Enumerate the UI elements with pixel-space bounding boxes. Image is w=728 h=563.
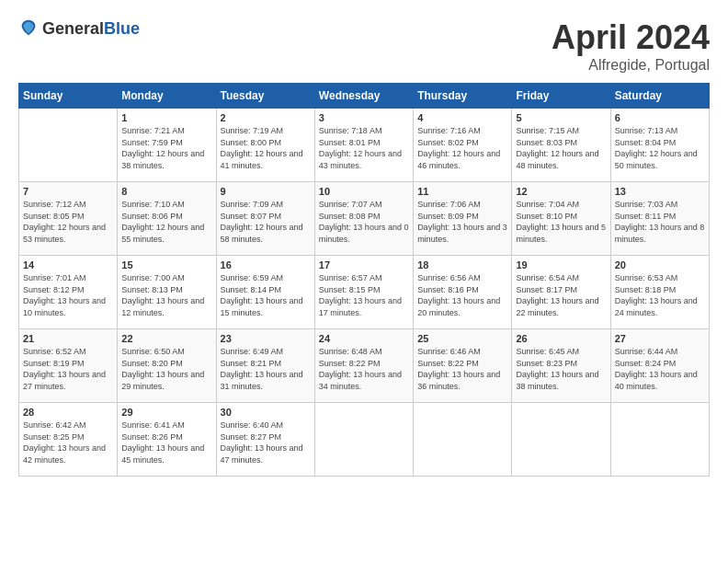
day-info: Sunrise: 7:19 AMSunset: 8:00 PMDaylight:…: [221, 125, 311, 171]
day-number: 1: [121, 112, 211, 123]
day-info: Sunrise: 6:45 AMSunset: 8:23 PMDaylight:…: [516, 346, 606, 392]
day-info: Sunrise: 6:44 AMSunset: 8:24 PMDaylight:…: [615, 346, 705, 392]
day-info: Sunrise: 7:16 AMSunset: 8:02 PMDaylight:…: [417, 125, 507, 171]
day-info: Sunrise: 7:03 AMSunset: 8:11 PMDaylight:…: [615, 199, 705, 245]
day-number: 9: [221, 186, 311, 197]
calendar-cell: 12Sunrise: 7:04 AMSunset: 8:10 PMDayligh…: [512, 182, 610, 256]
day-number: 10: [319, 186, 409, 197]
day-number: 18: [417, 259, 507, 270]
day-info: Sunrise: 6:49 AMSunset: 8:21 PMDaylight:…: [221, 346, 311, 392]
week-row-2: 7Sunrise: 7:12 AMSunset: 8:05 PMDaylight…: [19, 182, 710, 256]
calendar-cell: 14Sunrise: 7:01 AMSunset: 8:12 PMDayligh…: [19, 256, 118, 329]
calendar-cell: 29Sunrise: 6:41 AMSunset: 8:26 PMDayligh…: [118, 403, 216, 477]
day-info: Sunrise: 7:21 AMSunset: 7:59 PMDaylight:…: [121, 125, 211, 171]
day-info: Sunrise: 7:06 AMSunset: 8:09 PMDaylight:…: [417, 199, 507, 245]
day-number: 27: [615, 333, 705, 344]
calendar-cell: 9Sunrise: 7:09 AMSunset: 8:07 PMDaylight…: [216, 182, 314, 256]
calendar-table: SundayMondayTuesdayWednesdayThursdayFrid…: [18, 83, 710, 477]
day-number: 6: [615, 112, 705, 123]
day-number: 7: [23, 186, 113, 197]
day-info: Sunrise: 7:00 AMSunset: 8:13 PMDaylight:…: [121, 272, 211, 318]
day-info: Sunrise: 6:56 AMSunset: 8:16 PMDaylight:…: [417, 272, 507, 318]
calendar-cell: 6Sunrise: 7:13 AMSunset: 8:04 PMDaylight…: [610, 109, 709, 182]
day-number: 28: [23, 407, 113, 418]
calendar-cell: 3Sunrise: 7:18 AMSunset: 8:01 PMDaylight…: [314, 109, 413, 182]
calendar-cell: 10Sunrise: 7:07 AMSunset: 8:08 PMDayligh…: [314, 182, 413, 256]
day-number: 8: [121, 186, 211, 197]
day-info: Sunrise: 6:52 AMSunset: 8:19 PMDaylight:…: [23, 346, 113, 392]
day-info: Sunrise: 7:04 AMSunset: 8:10 PMDaylight:…: [516, 199, 606, 245]
calendar-cell: 4Sunrise: 7:16 AMSunset: 8:02 PMDaylight…: [414, 109, 512, 182]
logo-general: General: [42, 19, 104, 38]
weekday-header-sunday: Sunday: [19, 84, 118, 109]
day-info: Sunrise: 6:53 AMSunset: 8:18 PMDaylight:…: [615, 272, 705, 318]
calendar-cell: 15Sunrise: 7:00 AMSunset: 8:13 PMDayligh…: [118, 256, 216, 329]
location-title: Alfregide, Portugal: [552, 57, 710, 74]
day-info: Sunrise: 6:54 AMSunset: 8:17 PMDaylight:…: [516, 272, 606, 318]
calendar-cell: [314, 403, 413, 477]
calendar-cell: 2Sunrise: 7:19 AMSunset: 8:00 PMDaylight…: [216, 109, 314, 182]
calendar-cell: 11Sunrise: 7:06 AMSunset: 8:09 PMDayligh…: [414, 182, 512, 256]
day-info: Sunrise: 7:15 AMSunset: 8:03 PMDaylight:…: [516, 125, 606, 171]
calendar-cell: 22Sunrise: 6:50 AMSunset: 8:20 PMDayligh…: [118, 329, 216, 403]
day-number: 26: [516, 333, 606, 344]
calendar-cell: 24Sunrise: 6:48 AMSunset: 8:22 PMDayligh…: [314, 329, 413, 403]
day-number: 17: [319, 259, 409, 270]
day-info: Sunrise: 7:12 AMSunset: 8:05 PMDaylight:…: [23, 199, 113, 245]
day-info: Sunrise: 6:57 AMSunset: 8:15 PMDaylight:…: [319, 272, 409, 318]
day-number: 21: [23, 333, 113, 344]
day-info: Sunrise: 6:50 AMSunset: 8:20 PMDaylight:…: [121, 346, 211, 392]
day-number: 15: [121, 259, 211, 270]
weekday-header-tuesday: Tuesday: [216, 84, 314, 109]
weekday-header-saturday: Saturday: [610, 84, 709, 109]
calendar-cell: 17Sunrise: 6:57 AMSunset: 8:15 PMDayligh…: [314, 256, 413, 329]
day-number: 14: [23, 259, 113, 270]
calendar-cell: 30Sunrise: 6:40 AMSunset: 8:27 PMDayligh…: [216, 403, 314, 477]
day-number: 13: [615, 186, 705, 197]
day-info: Sunrise: 6:42 AMSunset: 8:25 PMDaylight:…: [23, 419, 113, 465]
calendar-cell: [19, 109, 118, 182]
calendar-cell: 7Sunrise: 7:12 AMSunset: 8:05 PMDaylight…: [19, 182, 118, 256]
calendar-cell: 18Sunrise: 6:56 AMSunset: 8:16 PMDayligh…: [414, 256, 512, 329]
day-info: Sunrise: 6:59 AMSunset: 8:14 PMDaylight:…: [221, 272, 311, 318]
logo-icon: [18, 18, 39, 39]
calendar-cell: 21Sunrise: 6:52 AMSunset: 8:19 PMDayligh…: [19, 329, 118, 403]
weekday-header-monday: Monday: [118, 84, 216, 109]
weekday-header-wednesday: Wednesday: [314, 84, 413, 109]
day-number: 5: [516, 112, 606, 123]
calendar-cell: 1Sunrise: 7:21 AMSunset: 7:59 PMDaylight…: [118, 109, 216, 182]
day-number: 22: [121, 333, 211, 344]
day-info: Sunrise: 7:18 AMSunset: 8:01 PMDaylight:…: [319, 125, 409, 171]
day-number: 30: [221, 407, 311, 418]
weekday-header-thursday: Thursday: [414, 84, 512, 109]
calendar-cell: 28Sunrise: 6:42 AMSunset: 8:25 PMDayligh…: [19, 403, 118, 477]
weekday-header-friday: Friday: [512, 84, 610, 109]
day-number: 2: [221, 112, 311, 123]
calendar-cell: [414, 403, 512, 477]
day-info: Sunrise: 6:46 AMSunset: 8:22 PMDaylight:…: [417, 346, 507, 392]
day-number: 25: [417, 333, 507, 344]
calendar-cell: 5Sunrise: 7:15 AMSunset: 8:03 PMDaylight…: [512, 109, 610, 182]
week-row-1: 1Sunrise: 7:21 AMSunset: 7:59 PMDaylight…: [19, 109, 710, 182]
day-number: 19: [516, 259, 606, 270]
day-number: 24: [319, 333, 409, 344]
day-number: 29: [121, 407, 211, 418]
day-info: Sunrise: 6:48 AMSunset: 8:22 PMDaylight:…: [319, 346, 409, 392]
day-number: 11: [417, 186, 507, 197]
calendar-cell: [512, 403, 610, 477]
day-info: Sunrise: 6:41 AMSunset: 8:26 PMDaylight:…: [121, 419, 211, 465]
calendar-cell: 25Sunrise: 6:46 AMSunset: 8:22 PMDayligh…: [414, 329, 512, 403]
calendar-cell: 13Sunrise: 7:03 AMSunset: 8:11 PMDayligh…: [610, 182, 709, 256]
calendar-cell: 23Sunrise: 6:49 AMSunset: 8:21 PMDayligh…: [216, 329, 314, 403]
calendar-cell: 26Sunrise: 6:45 AMSunset: 8:23 PMDayligh…: [512, 329, 610, 403]
day-number: 12: [516, 186, 606, 197]
calendar-cell: 8Sunrise: 7:10 AMSunset: 8:06 PMDaylight…: [118, 182, 216, 256]
calendar-cell: 16Sunrise: 6:59 AMSunset: 8:14 PMDayligh…: [216, 256, 314, 329]
logo-text: GeneralBlue: [42, 19, 140, 39]
day-number: 20: [615, 259, 705, 270]
day-info: Sunrise: 7:07 AMSunset: 8:08 PMDaylight:…: [319, 199, 409, 245]
day-info: Sunrise: 7:09 AMSunset: 8:07 PMDaylight:…: [221, 199, 311, 245]
calendar-cell: [610, 403, 709, 477]
title-area: April 2024 Alfregide, Portugal: [552, 18, 710, 74]
weekday-header-row: SundayMondayTuesdayWednesdayThursdayFrid…: [19, 84, 710, 109]
